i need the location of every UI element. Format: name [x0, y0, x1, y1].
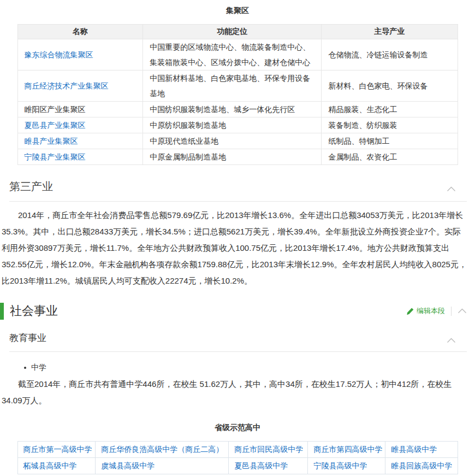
zone-industries: 精品服装、生态化工	[322, 102, 458, 117]
zone-link[interactable]: 夏邑县产业集聚区	[25, 121, 86, 130]
zone-industries: 金属制品、农资化工	[322, 149, 458, 165]
table-row: 商丘市第一高级中学 商丘华侨良浩高级中学（商丘二高） 商丘市回民高级中学 商丘市…	[17, 442, 458, 458]
edit-section-label: 编辑本段	[417, 306, 445, 316]
tertiary-industry-paragraph: 2014年，商丘市全年社会消费品零售总额579.69亿元，比2013年增长13.…	[2, 207, 468, 289]
table-row: 睢县产业集聚区 中原现代造纸业基地 纸制品、特钢加工	[17, 133, 458, 149]
section-title: 社会事业	[10, 303, 58, 319]
zone-name-plain: 睢阳区产业集聚区	[25, 105, 86, 114]
high-school-table: 商丘市第一高级中学 商丘华侨良浩高级中学（商丘二高） 商丘市回民高级中学 商丘市…	[17, 441, 458, 474]
section-accent-bar	[0, 303, 4, 320]
agglomeration-table: 名称 功能定位 主导产业 豫东综合物流集聚区 中国重要的区域物流中心、物流装备制…	[17, 24, 458, 165]
bullet-dot-icon	[24, 367, 26, 369]
bullet-label: 中学	[31, 363, 46, 373]
zone-industries: 装备制造、纺织服装	[322, 117, 458, 133]
table-header-row: 名称 功能定位 主导产业	[17, 25, 458, 39]
school-link[interactable]: 宁陵县高级中学	[313, 461, 367, 470]
section-title: 教育事业	[9, 332, 46, 344]
table-row: 宁陵县产业集聚区 中原金属制品制造基地 金属制品、农资化工	[17, 149, 458, 165]
table-row: 柘城县高级中学 虞城县高级中学 夏邑县高级中学 宁陵县高级中学 睢县回族高级中学	[17, 458, 458, 474]
section-social-header: 社会事业 编辑本段	[0, 302, 475, 320]
zone-link[interactable]: 商丘经济技术产业集聚区	[25, 81, 109, 90]
middle-school-paragraph: 截至2014年，商丘市共有普通中学446所，在校生 51.62万人，其中，高中3…	[2, 376, 468, 409]
table-row: 商丘经济技术产业集聚区 中国新材料基地、白色家电基地、环保专用设备基地 新材料、…	[17, 70, 458, 102]
col-header-name: 名称	[17, 25, 143, 39]
school-link[interactable]: 虞城县高级中学	[101, 461, 155, 470]
zone-link[interactable]: 睢县产业集聚区	[25, 137, 78, 145]
zone-function: 中原金属制品制造基地	[143, 149, 322, 165]
high-school-table-title: 省级示范高中	[0, 409, 475, 441]
table-row: 睢阳区产业集聚区 中国纺织服装制造基地、城乡一体化先行区 精品服装、生态化工	[17, 102, 458, 117]
chevron-up-icon	[447, 186, 456, 192]
edit-section-link[interactable]: 编辑本段	[406, 306, 445, 316]
zone-industries: 纸制品、特钢加工	[322, 133, 458, 149]
section-education-header: 教育事业	[9, 328, 467, 352]
zone-function: 中国新材料基地、白色家电基地、环保专用设备基地	[143, 70, 322, 102]
chevron-up-icon	[447, 338, 456, 343]
school-link[interactable]: 睢县高级中学	[391, 445, 437, 454]
zone-function: 中原纺织服装制造基地	[143, 117, 322, 133]
col-header-industries: 主导产业	[322, 25, 458, 39]
col-header-function: 功能定位	[143, 25, 322, 39]
pencil-icon	[406, 307, 414, 315]
bullet-middle-school: 中学	[24, 363, 475, 373]
table-row: 夏邑县产业集聚区 中原纺织服装制造基地 装备制造、纺织服装	[17, 117, 458, 133]
school-link[interactable]: 夏邑县高级中学	[234, 461, 288, 470]
zone-link[interactable]: 豫东综合物流集聚区	[25, 50, 93, 59]
zone-link[interactable]: 宁陵县产业集聚区	[25, 152, 86, 161]
table-row: 豫东综合物流集聚区 中国重要的区域物流中心、物流装备制造中心、集装箱散装中心、区…	[17, 39, 458, 70]
zone-function: 中原现代造纸业基地	[143, 133, 322, 149]
collapse-section-button[interactable]	[446, 184, 457, 195]
school-link[interactable]: 柘城县高级中学	[23, 461, 77, 470]
agglomeration-table-title: 集聚区	[0, 0, 475, 24]
zone-industries: 新材料、白色家电、环保设备	[322, 70, 458, 102]
vertical-divider	[451, 307, 452, 316]
zone-function: 中国重要的区域物流中心、物流装备制造中心、集装箱散装中心、区域分拨中心、建材仓储…	[143, 39, 322, 70]
zone-function: 中国纺织服装制造基地、城乡一体化先行区	[143, 102, 322, 117]
section-tertiary-industry-header: 第三产业	[9, 176, 467, 202]
collapse-section-button[interactable]	[458, 307, 467, 315]
school-link[interactable]: 商丘市第一高级中学	[23, 445, 92, 454]
school-link[interactable]: 商丘市回民高级中学	[234, 445, 303, 454]
school-link[interactable]: 睢县回族高级中学	[391, 461, 452, 470]
section-title: 第三产业	[9, 179, 53, 194]
school-link[interactable]: 商丘华侨良浩高级中学（商丘二高）	[101, 445, 223, 454]
collapse-section-button[interactable]	[446, 335, 457, 346]
zone-industries: 仓储物流、冷链运输设备制造	[322, 39, 458, 70]
school-link[interactable]: 商丘市第四高级中学	[313, 445, 382, 454]
chevron-up-icon	[458, 308, 467, 314]
